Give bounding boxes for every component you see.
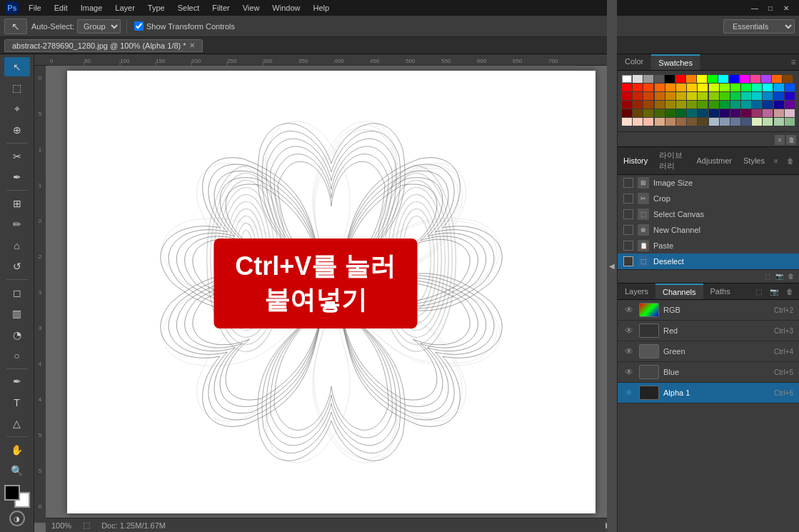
swatch-yellow[interactable] bbox=[697, 75, 707, 83]
menu-filter[interactable]: Filter bbox=[206, 2, 235, 14]
s9[interactable] bbox=[709, 84, 719, 91]
history-tab[interactable]: History bbox=[618, 154, 653, 168]
menu-help[interactable]: Help bbox=[307, 2, 335, 14]
s68[interactable] bbox=[655, 118, 665, 126]
s2[interactable] bbox=[633, 84, 643, 91]
panel-trash-btn[interactable]: 🗑 bbox=[786, 135, 796, 145]
s25[interactable] bbox=[709, 92, 719, 100]
s18[interactable] bbox=[633, 92, 643, 100]
move-tool[interactable]: ↖ bbox=[4, 57, 30, 76]
shape-tool[interactable]: △ bbox=[4, 414, 30, 433]
color-tab[interactable]: Color bbox=[618, 54, 651, 70]
s29[interactable] bbox=[752, 92, 762, 100]
eraser-tool[interactable]: ◻ bbox=[4, 283, 30, 302]
panel-menu-btn[interactable]: ≡ bbox=[788, 54, 799, 70]
menu-select[interactable]: Select bbox=[172, 2, 206, 14]
crop-tool[interactable]: ✂ bbox=[4, 146, 30, 166]
swatch-red[interactable] bbox=[675, 75, 685, 83]
s38[interactable] bbox=[676, 101, 686, 109]
transform-controls-toggle[interactable]: Show Transform Controls bbox=[134, 21, 235, 31]
s20[interactable] bbox=[655, 92, 665, 100]
layer-trash-btn[interactable]: 🗑 bbox=[785, 271, 796, 281]
paths-tab-btn[interactable]: Paths bbox=[703, 284, 738, 298]
menu-type[interactable]: Type bbox=[142, 2, 171, 14]
pen-tool[interactable]: ✒ bbox=[4, 372, 30, 391]
channel-action-3[interactable]: 🗑 bbox=[783, 286, 796, 297]
swatch-ltgray[interactable] bbox=[633, 75, 643, 83]
s51[interactable] bbox=[643, 109, 653, 117]
s24[interactable] bbox=[698, 92, 708, 100]
s80[interactable] bbox=[785, 118, 795, 126]
s27[interactable] bbox=[730, 92, 740, 100]
s78[interactable] bbox=[763, 118, 773, 126]
swatch-pink[interactable] bbox=[750, 75, 760, 83]
lasso-tool[interactable]: ⌖ bbox=[4, 99, 30, 119]
history-check-4[interactable] bbox=[623, 225, 633, 235]
swatch-gray[interactable] bbox=[643, 75, 653, 83]
s42[interactable] bbox=[720, 101, 730, 109]
channel-action-2[interactable]: 📷 bbox=[768, 286, 780, 297]
s72[interactable] bbox=[698, 118, 708, 126]
s48[interactable] bbox=[785, 101, 795, 109]
s59[interactable] bbox=[730, 109, 740, 117]
s17[interactable] bbox=[622, 92, 632, 100]
history-check-1[interactable] bbox=[623, 178, 633, 188]
s8[interactable] bbox=[698, 84, 708, 91]
swatch-brown[interactable] bbox=[783, 75, 793, 83]
s14[interactable] bbox=[763, 84, 773, 91]
s19[interactable] bbox=[643, 92, 653, 100]
s49[interactable] bbox=[622, 109, 632, 117]
swatch-dkgray[interactable] bbox=[654, 75, 664, 83]
s57[interactable] bbox=[709, 109, 719, 117]
panel-options-btn[interactable]: ≡ bbox=[775, 135, 785, 145]
clone-tool[interactable]: ⌂ bbox=[4, 236, 30, 255]
channel-green-visibility[interactable]: 👁 bbox=[623, 346, 635, 357]
s65[interactable] bbox=[622, 118, 632, 126]
s16[interactable] bbox=[785, 84, 795, 91]
history-item-deselect[interactable]: ⬚ Deselect bbox=[618, 254, 799, 269]
s11[interactable] bbox=[730, 84, 740, 91]
swatch-green[interactable] bbox=[708, 75, 718, 83]
s4[interactable] bbox=[655, 84, 665, 91]
s43[interactable] bbox=[730, 101, 740, 109]
history-item-crop[interactable]: ✂ Crop bbox=[618, 191, 799, 206]
s13[interactable] bbox=[752, 84, 762, 91]
channels-tab-btn[interactable]: Channels bbox=[655, 283, 703, 299]
menu-view[interactable]: View bbox=[237, 2, 266, 14]
minimize-button[interactable]: — bbox=[748, 2, 762, 14]
swatches-tab[interactable]: Swatches bbox=[651, 54, 700, 70]
history-item-select-canvas[interactable]: ⬚ Select Canvas bbox=[618, 206, 799, 222]
channel-rgb[interactable]: 👁 RGB Ctrl+2 bbox=[618, 300, 799, 321]
quick-mask-button[interactable]: ◑ bbox=[9, 511, 25, 526]
s35[interactable] bbox=[643, 101, 653, 109]
layer-camera-btn[interactable]: 📷 bbox=[773, 271, 785, 281]
swatch-purple[interactable] bbox=[761, 75, 771, 83]
menu-layer[interactable]: Layer bbox=[109, 2, 141, 14]
s23[interactable] bbox=[687, 92, 697, 100]
history-check-3[interactable] bbox=[623, 209, 633, 219]
panel-collapse-btn[interactable]: ◀ bbox=[607, 0, 617, 532]
s44[interactable] bbox=[741, 101, 751, 109]
layer-new-btn[interactable]: ⬚ bbox=[762, 271, 773, 281]
s21[interactable] bbox=[665, 92, 675, 100]
brush-tool[interactable]: ✏ bbox=[4, 214, 30, 234]
s73[interactable] bbox=[709, 118, 719, 126]
s56[interactable] bbox=[698, 109, 708, 117]
swatch-orange[interactable] bbox=[686, 75, 696, 83]
menu-file[interactable]: File bbox=[23, 2, 47, 14]
s76[interactable] bbox=[741, 118, 751, 126]
s26[interactable] bbox=[720, 92, 730, 100]
zoom-icon[interactable]: ⬚ bbox=[83, 521, 90, 530]
history-check-2[interactable] bbox=[623, 194, 633, 204]
s54[interactable] bbox=[676, 109, 686, 117]
s34[interactable] bbox=[633, 101, 643, 109]
menu-edit[interactable]: Edit bbox=[49, 2, 74, 14]
s50[interactable] bbox=[633, 109, 643, 117]
library-tab[interactable]: 라이브러리 bbox=[653, 147, 690, 174]
s32[interactable] bbox=[785, 92, 795, 100]
s52[interactable] bbox=[655, 109, 665, 117]
s30[interactable] bbox=[763, 92, 773, 100]
eyedropper-tool[interactable]: ✒ bbox=[4, 167, 30, 186]
marquee-tool[interactable]: ⬚ bbox=[4, 78, 30, 97]
doc-tab-close[interactable]: ✕ bbox=[189, 41, 195, 49]
